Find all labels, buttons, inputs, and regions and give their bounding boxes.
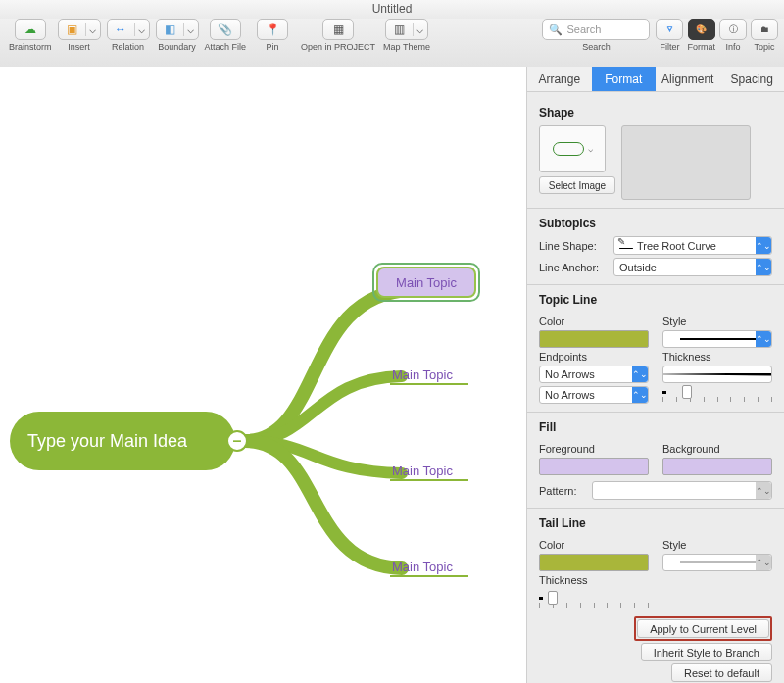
tab-alignment[interactable]: Alignment (656, 67, 720, 91)
line-shape-label: Line Shape: (539, 240, 608, 252)
tail-thickness-slider[interactable] (539, 589, 649, 607)
info-panel-toggle[interactable]: ⓘInfo (719, 19, 747, 52)
map-theme-icon: ▥ (394, 23, 405, 36)
funnel-icon: ⛛ (665, 24, 674, 34)
main-toolbar: ☁ Brainstorm ▣⌵ Insert ↔⌵ Relation ◧⌵ Bo… (0, 19, 784, 68)
window-title: Untitled (0, 0, 784, 19)
main-topic[interactable]: Main Topic (392, 560, 453, 574)
search-label: Search (582, 42, 611, 52)
chevron-down-icon: ⌵ (588, 144, 593, 154)
apply-level-highlight: Apply to Current Level (634, 616, 772, 641)
pattern-label: Pattern: (539, 485, 586, 497)
background-swatch[interactable] (662, 458, 772, 475)
tail-style-select[interactable]: ⌃⌄ (662, 554, 772, 571)
map-theme-button[interactable]: ▥⌵ Map Theme (383, 19, 430, 52)
main-topic[interactable]: Main Topic (392, 367, 453, 382)
chevron-down-icon[interactable]: ⌵ (135, 23, 149, 36)
topicline-color-swatch[interactable] (539, 330, 649, 348)
main-topic[interactable]: Main Topic (392, 463, 453, 478)
search-input[interactable]: 🔍 Search (542, 19, 650, 40)
relation-icon: ↔ (115, 23, 126, 36)
subtopics-section-title: Subtopics (539, 217, 772, 230)
shape-selector[interactable]: ⌵ (539, 125, 606, 172)
chevron-down-icon[interactable]: ⌵ (86, 23, 100, 36)
collapse-button[interactable]: – (226, 430, 248, 452)
line-anchor-select[interactable]: Outside⌃⌄ (613, 258, 772, 276)
brainstorm-icon: ☁ (24, 23, 36, 36)
relation-button[interactable]: ↔⌵ Relation (107, 19, 150, 52)
topicline-style-select[interactable]: ⌃⌄ (662, 330, 772, 348)
pin-icon: 📍 (266, 23, 280, 36)
rounded-rect-icon (553, 142, 584, 156)
project-icon: ▦ (333, 23, 344, 36)
reset-default-button[interactable]: Reset to default (671, 663, 772, 682)
topicline-style-label: Style (662, 316, 772, 327)
format-panel: Arrange Format Alignment Spacing Shape ⌵… (526, 67, 784, 683)
foreground-label: Foreground (539, 443, 649, 455)
chevron-down-icon: ⌃⌄ (756, 237, 771, 254)
thickness-slider[interactable] (662, 383, 772, 401)
pattern-select[interactable]: ⌃⌄ (592, 481, 772, 500)
tail-thickness-label: Thickness (539, 574, 649, 586)
background-label: Background (662, 443, 772, 455)
pin-button[interactable]: 📍 Pin (252, 19, 293, 52)
open-in-project-button[interactable]: ▦ Open in PROJECT (299, 19, 377, 52)
tab-spacing[interactable]: Spacing (720, 67, 785, 91)
boundary-button[interactable]: ◧⌵ Boundary (156, 19, 199, 52)
chevron-down-icon: ⌃⌄ (756, 555, 771, 570)
chevron-down-icon: ⌃⌄ (632, 387, 648, 403)
central-topic[interactable]: Type your Main Idea – (10, 412, 235, 470)
mindmap-canvas[interactable]: Type your Main Idea – Main Topic Main To… (0, 67, 526, 683)
thickness-label: Thickness (662, 351, 772, 363)
folder-icon: 🖿 (760, 24, 769, 34)
tab-arrange[interactable]: Arrange (527, 67, 592, 91)
topicline-color-label: Color (539, 316, 649, 327)
paperclip-icon: 📎 (218, 23, 232, 36)
insert-icon: ▣ (67, 23, 77, 36)
chevron-down-icon[interactable]: ⌵ (184, 23, 198, 36)
palette-icon: 🎨 (696, 24, 707, 34)
tail-line-section-title: Tail Line (539, 516, 772, 530)
insert-button[interactable]: ▣⌵ Insert (58, 19, 101, 52)
select-image-button[interactable]: Select Image (539, 176, 615, 194)
apply-current-level-button[interactable]: Apply to Current Level (637, 619, 769, 638)
search-icon: 🔍 (549, 24, 563, 36)
fill-section-title: Fill (539, 420, 772, 434)
chevron-down-icon: ⌃⌄ (756, 259, 771, 275)
tail-style-label: Style (662, 539, 772, 551)
chevron-down-icon[interactable]: ⌵ (414, 23, 427, 36)
endpoint-start-select[interactable]: No Arrows⌃⌄ (539, 366, 649, 383)
topic-panel-toggle[interactable]: 🖿Topic (751, 19, 778, 52)
boundary-icon: ◧ (165, 23, 175, 36)
shape-section-title: Shape (539, 106, 772, 120)
curve-icon (619, 240, 633, 252)
inherit-style-branch-button[interactable]: Inherit Style to Branch (641, 643, 772, 661)
endpoint-end-select[interactable]: No Arrows⌃⌄ (539, 386, 649, 404)
info-icon: ⓘ (729, 24, 738, 36)
topic-line-section-title: Topic Line (539, 293, 772, 307)
thickness-preview (662, 366, 772, 383)
shape-preview (621, 125, 751, 200)
foreground-swatch[interactable] (539, 458, 649, 475)
line-anchor-label: Line Anchor: (539, 262, 608, 273)
main-topic-selected[interactable]: Main Topic (372, 263, 480, 302)
brainstorm-button[interactable]: ☁ Brainstorm (9, 19, 52, 52)
filter-button[interactable]: ⛛Filter (656, 19, 683, 52)
chevron-down-icon: ⌃⌄ (756, 331, 771, 347)
attach-file-button[interactable]: 📎 Attach File (205, 19, 247, 52)
tab-format[interactable]: Format (592, 67, 657, 91)
line-shape-select[interactable]: Tree Root Curve⌃⌄ (613, 236, 772, 255)
tail-color-label: Color (539, 539, 649, 551)
format-panel-toggle[interactable]: 🎨Format (687, 19, 715, 52)
chevron-down-icon: ⌃⌄ (632, 366, 648, 382)
chevron-down-icon: ⌃⌄ (756, 482, 771, 499)
endpoints-label: Endpoints (539, 351, 649, 363)
tail-color-swatch[interactable] (539, 554, 649, 571)
